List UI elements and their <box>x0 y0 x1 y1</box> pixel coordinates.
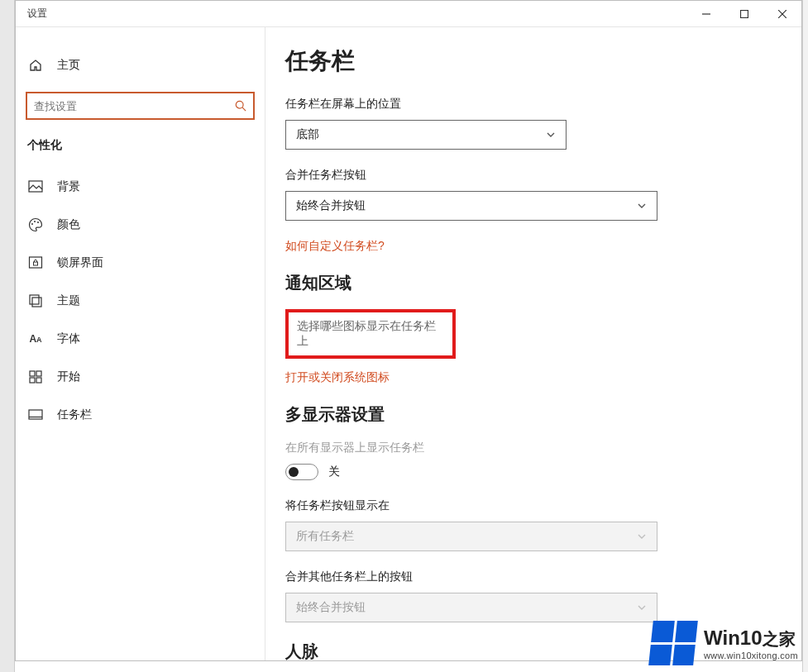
multi-show-label: 在所有显示器上显示任务栏 <box>285 441 782 455</box>
svg-rect-6 <box>29 181 42 192</box>
start-icon <box>27 370 44 384</box>
watermark-title: Win10之家 <box>704 627 798 651</box>
nav-label: 颜色 <box>57 217 80 232</box>
svg-rect-11 <box>34 262 38 265</box>
combine-other-label: 合并其他任务栏上的按钮 <box>285 570 782 584</box>
show-buttons-value: 所有任务栏 <box>296 529 354 544</box>
svg-rect-12 <box>30 295 39 304</box>
toggle-state: 关 <box>328 465 340 479</box>
search-box[interactable] <box>26 92 255 120</box>
nav-lockscreen[interactable]: 锁屏界面 <box>16 244 265 282</box>
notify-section-title: 通知区域 <box>285 272 782 294</box>
titlebar: 设置 <box>16 1 801 27</box>
show-buttons-select: 所有任务栏 <box>285 522 657 551</box>
chevron-down-icon <box>637 603 647 612</box>
toggle-knob <box>289 467 299 477</box>
nav-start[interactable]: 开始 <box>16 358 265 396</box>
home-icon <box>27 59 44 72</box>
nav-themes[interactable]: 主题 <box>16 282 265 320</box>
combine-select[interactable]: 始终合并按钮 <box>285 191 657 221</box>
combine-other-value: 始终合并按钮 <box>296 600 366 615</box>
minimize-button[interactable] <box>687 1 725 27</box>
position-label: 任务栏在屏幕上的位置 <box>285 97 782 112</box>
svg-point-9 <box>37 222 39 223</box>
combine-value: 始终合并按钮 <box>296 198 366 213</box>
chevron-down-icon <box>546 130 556 140</box>
maximize-button[interactable] <box>725 1 763 27</box>
fonts-icon: AA <box>27 333 44 345</box>
svg-rect-14 <box>30 371 35 376</box>
palette-icon <box>27 217 44 232</box>
nav-colors[interactable]: 颜色 <box>16 206 265 244</box>
chevron-down-icon <box>637 201 647 211</box>
multi-show-toggle[interactable] <box>285 464 318 480</box>
app-title: 设置 <box>16 7 47 21</box>
position-value: 底部 <box>296 127 319 142</box>
settings-window: 设置 主页 个性化 <box>15 0 802 661</box>
close-button[interactable] <box>763 1 801 27</box>
svg-rect-15 <box>36 371 41 376</box>
nav-taskbar[interactable]: 任务栏 <box>16 396 265 434</box>
svg-point-4 <box>236 101 243 108</box>
position-select[interactable]: 底部 <box>285 120 567 150</box>
right-edge-strip <box>802 0 808 672</box>
watermark-url: www.win10xitong.com <box>704 651 798 660</box>
svg-point-8 <box>34 221 36 222</box>
nav-label: 锁屏界面 <box>57 255 103 270</box>
svg-rect-18 <box>29 410 42 419</box>
category-label: 个性化 <box>16 135 265 168</box>
nav-fonts[interactable]: AA 字体 <box>16 320 265 358</box>
themes-icon <box>27 293 44 308</box>
nav-background[interactable]: 背景 <box>16 168 265 206</box>
svg-rect-17 <box>36 378 41 383</box>
show-buttons-label: 将任务栏按钮显示在 <box>285 498 782 513</box>
background-strip <box>0 0 15 672</box>
select-icons-link[interactable]: 选择哪些图标显示在任务栏上 <box>297 319 444 349</box>
picture-icon <box>27 179 44 194</box>
system-icons-link[interactable]: 打开或关闭系统图标 <box>285 370 782 385</box>
home-label: 主页 <box>57 58 80 73</box>
combine-other-select: 始终合并按钮 <box>285 593 657 622</box>
home-nav[interactable]: 主页 <box>16 47 265 83</box>
search-icon <box>235 100 246 112</box>
svg-line-5 <box>242 107 246 111</box>
nav-label: 主题 <box>57 293 80 308</box>
highlight-box: 选择哪些图标显示在任务栏上 <box>285 309 456 359</box>
lockscreen-icon <box>27 255 44 270</box>
svg-rect-13 <box>32 298 41 307</box>
chevron-down-icon <box>637 531 647 541</box>
customize-link[interactable]: 如何自定义任务栏? <box>285 239 782 254</box>
content-area: 任务栏 任务栏在屏幕上的位置 底部 合并任务栏按钮 始终合并按钮 如何自定义任务… <box>265 27 801 660</box>
sidebar: 主页 个性化 背景 颜色 <box>16 27 265 660</box>
svg-rect-1 <box>741 10 748 17</box>
multi-section-title: 多显示器设置 <box>285 403 782 426</box>
page-title: 任务栏 <box>285 45 782 77</box>
nav-label: 开始 <box>57 369 80 384</box>
svg-point-7 <box>31 223 33 225</box>
combine-label: 合并任务栏按钮 <box>285 168 782 183</box>
windows-logo-icon <box>648 621 698 665</box>
nav-label: 字体 <box>57 331 80 346</box>
nav-label: 任务栏 <box>57 407 92 422</box>
nav-label: 背景 <box>57 179 80 194</box>
watermark: Win10之家 www.win10xitong.com <box>651 621 798 665</box>
svg-rect-16 <box>30 378 35 383</box>
taskbar-icon <box>27 407 44 422</box>
search-input[interactable] <box>34 100 235 112</box>
